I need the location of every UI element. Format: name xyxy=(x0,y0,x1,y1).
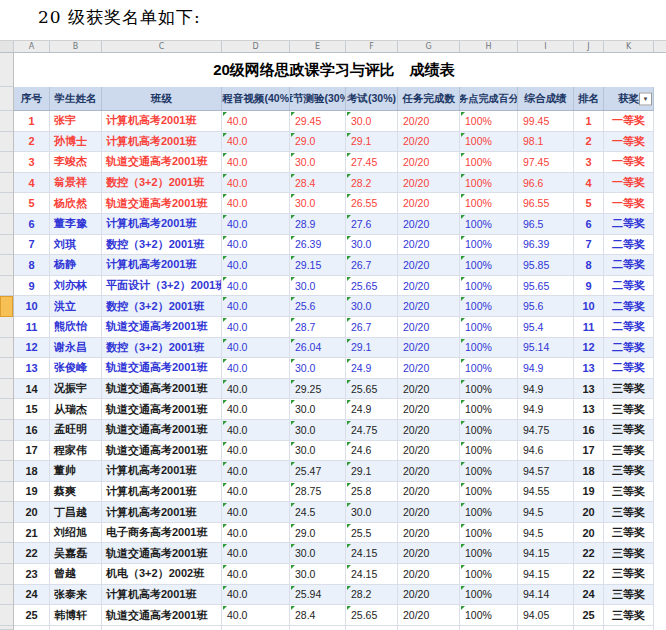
cell-video[interactable]: 40.0 xyxy=(222,338,290,359)
row-gutter-cell[interactable] xyxy=(0,173,13,194)
cell-video[interactable]: 40.0 xyxy=(222,461,290,482)
cell-total[interactable]: 94.9 xyxy=(518,399,574,420)
cell-cls[interactable]: 计算机高考2001班 xyxy=(102,255,222,276)
cell-no[interactable]: 19 xyxy=(14,482,50,503)
cell-quiz[interactable]: 24.5 xyxy=(290,502,346,523)
cell-video[interactable]: 40.0 xyxy=(222,235,290,256)
cell-total[interactable]: 94.6 xyxy=(518,441,574,462)
cell-quiz[interactable]: 30.0 xyxy=(290,543,346,564)
cell-empty[interactable] xyxy=(460,626,518,630)
cell-tasks[interactable]: 20/20 xyxy=(398,132,460,153)
column-letter-e[interactable]: E xyxy=(290,41,346,52)
cell-empty[interactable] xyxy=(102,626,222,630)
row-gutter-cell[interactable] xyxy=(0,420,13,441)
cell-exam[interactable]: 24.75 xyxy=(346,420,398,441)
cell-cls[interactable]: 数控（3+2）2001班 xyxy=(102,235,222,256)
column-header-total[interactable]: 综合成绩 xyxy=(518,87,574,110)
cell-exam[interactable]: 30.0 xyxy=(346,235,398,256)
cell-award[interactable]: 一等奖 xyxy=(604,173,654,194)
cell-tasks[interactable]: 20/20 xyxy=(398,276,460,297)
cell-rank[interactable]: 4 xyxy=(574,173,604,194)
cell-cls[interactable]: 轨道交通高考2001班 xyxy=(102,358,222,379)
cell-no[interactable]: 10 xyxy=(14,296,50,317)
cell-percent[interactable]: 100% xyxy=(460,296,518,317)
column-letter-k[interactable]: K xyxy=(604,41,654,52)
cell-rank[interactable]: 5 xyxy=(574,193,604,214)
cell-cls[interactable]: 电子商务高考2001班 xyxy=(102,523,222,544)
cell-rank[interactable]: 6 xyxy=(574,214,604,235)
cell-rank[interactable]: 1 xyxy=(574,111,604,132)
column-header-name[interactable]: 学生姓名 xyxy=(50,87,102,110)
cell-video[interactable]: 40.0 xyxy=(222,379,290,400)
cell-no[interactable]: 18 xyxy=(14,461,50,482)
cell-total[interactable]: 94.9 xyxy=(518,358,574,379)
cell-tasks[interactable]: 20/20 xyxy=(398,255,460,276)
cell-name[interactable]: 韩博轩 xyxy=(50,605,102,626)
cell-award[interactable]: 三等奖 xyxy=(604,502,654,523)
cell-tasks[interactable]: 20/20 xyxy=(398,193,460,214)
cell-quiz[interactable]: 29.45 xyxy=(290,111,346,132)
cell-tasks[interactable]: 20/20 xyxy=(398,358,460,379)
cell-empty[interactable] xyxy=(290,626,346,630)
cell-exam[interactable]: 25.8 xyxy=(346,482,398,503)
cell-name[interactable]: 张泰来 xyxy=(50,585,102,606)
cell-percent[interactable]: 100% xyxy=(460,111,518,132)
cell-exam[interactable]: 28.2 xyxy=(346,585,398,606)
cell-tasks[interactable]: 20/20 xyxy=(398,523,460,544)
cell-exam[interactable]: 30.0 xyxy=(346,111,398,132)
cell-name[interactable]: 翁景祥 xyxy=(50,173,102,194)
cell-percent[interactable]: 100% xyxy=(460,543,518,564)
cell-cls[interactable]: 轨道交通高考2001班 xyxy=(102,152,222,173)
cell-tasks[interactable]: 20/20 xyxy=(398,235,460,256)
cell-percent[interactable]: 100% xyxy=(460,461,518,482)
cell-exam[interactable]: 30.0 xyxy=(346,502,398,523)
cell-name[interactable]: 曾越 xyxy=(50,564,102,585)
row-gutter-cell[interactable] xyxy=(0,585,13,606)
cell-quiz[interactable]: 28.9 xyxy=(290,214,346,235)
cell-quiz[interactable]: 28.7 xyxy=(290,317,346,338)
cell-cls[interactable]: 机电（3+2）2002班 xyxy=(102,564,222,585)
cell-tasks[interactable]: 20/20 xyxy=(398,482,460,503)
row-gutter-cell[interactable] xyxy=(0,605,13,626)
cell-tasks[interactable]: 20/20 xyxy=(398,399,460,420)
cell-no[interactable]: 11 xyxy=(14,317,50,338)
column-letter-b[interactable]: B xyxy=(50,41,102,52)
filter-dropdown-icon[interactable]: ▼ xyxy=(639,92,652,105)
cell-total[interactable]: 99.45 xyxy=(518,111,574,132)
cell-percent[interactable]: 100% xyxy=(460,255,518,276)
cell-tasks[interactable]: 20/20 xyxy=(398,420,460,441)
cell-total[interactable]: 94.05 xyxy=(518,605,574,626)
cell-quiz[interactable]: 30.0 xyxy=(290,564,346,585)
cell-award[interactable]: 二等奖 xyxy=(604,338,654,359)
cell-video[interactable]: 40.0 xyxy=(222,543,290,564)
cell-award[interactable]: 二等奖 xyxy=(604,255,654,276)
cell-percent[interactable]: 100% xyxy=(460,173,518,194)
cell-percent[interactable]: 100% xyxy=(460,193,518,214)
cell-award[interactable]: 二等奖 xyxy=(604,317,654,338)
cell-tasks[interactable]: 20/20 xyxy=(398,152,460,173)
cell-percent[interactable]: 100% xyxy=(460,276,518,297)
cell-award[interactable]: 三等奖 xyxy=(604,379,654,400)
cell-cls[interactable]: 计算机高考2001班 xyxy=(102,214,222,235)
row-gutter-cell[interactable] xyxy=(0,523,13,544)
cell-exam[interactable]: 29.1 xyxy=(346,338,398,359)
row-gutter-cell[interactable] xyxy=(0,214,13,235)
row-gutter-cell[interactable] xyxy=(0,482,13,503)
cell-no[interactable]: 14 xyxy=(14,379,50,400)
cell-no[interactable]: 24 xyxy=(14,585,50,606)
cell-rank[interactable]: 17 xyxy=(574,441,604,462)
row-gutter-header[interactable] xyxy=(0,87,13,111)
row-gutter-cell[interactable] xyxy=(0,441,13,462)
cell-name[interactable]: 吴嘉磊 xyxy=(50,543,102,564)
cell-video[interactable]: 40.0 xyxy=(222,420,290,441)
cell-rank[interactable]: 2 xyxy=(574,132,604,153)
cell-exam[interactable]: 27.45 xyxy=(346,152,398,173)
cell-quiz[interactable]: 29.15 xyxy=(290,255,346,276)
row-gutter-cell[interactable] xyxy=(0,317,13,338)
cell-no[interactable]: 7 xyxy=(14,235,50,256)
cell-empty[interactable] xyxy=(518,626,574,630)
row-gutter-cell[interactable] xyxy=(0,235,13,256)
cell-cls[interactable]: 轨道交通高考2001班 xyxy=(102,605,222,626)
row-gutter-cell[interactable] xyxy=(0,502,13,523)
cell-quiz[interactable]: 30.0 xyxy=(290,358,346,379)
